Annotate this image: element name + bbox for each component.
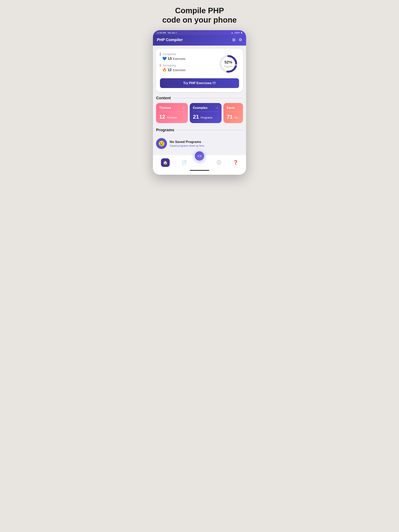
- no-programs: 😢 No Saved Programs Saved programs show …: [156, 135, 243, 152]
- remaining-count: 12: [168, 68, 172, 72]
- progress-donut: 52% Progress: [218, 53, 239, 75]
- completed-stat: Completed 💙 13 Exercises: [160, 53, 218, 61]
- app-header: PHP Compiler ⊞ ⚙: [153, 35, 246, 45]
- examples-count: 21: [193, 114, 199, 120]
- headline: Compile PHP code on your phone: [162, 6, 237, 25]
- themes-count: 12: [159, 114, 165, 120]
- examples-unit: Programs: [201, 116, 212, 119]
- nav-help[interactable]: ❓: [231, 159, 241, 166]
- content-section-header: Content: [156, 96, 243, 100]
- nav-info[interactable]: ⓘ: [214, 158, 224, 167]
- remaining-value: 🔥 12 Exercises: [160, 68, 218, 72]
- fab-icon: <>: [197, 154, 202, 158]
- status-bar: 12:00 AM Sat Jan 1 ▲ 100% ▮: [153, 30, 246, 35]
- progress-card: Completed 💙 13 Exercises Remaining 🔥: [156, 49, 243, 92]
- themes-unit: Themes: [167, 116, 177, 119]
- help-icon: ❓: [233, 160, 238, 165]
- programs-section-header: Programs: [156, 128, 243, 132]
- completed-value: 💙 13 Exercises: [160, 57, 218, 61]
- wifi-icon: ▲: [231, 32, 233, 34]
- facts-card[interactable]: Facts 71 Fa...: [224, 103, 243, 123]
- bottom-nav-wrapper: <> 🏠 📄 ⓘ ❓: [153, 155, 246, 175]
- remaining-label: Remaining: [160, 64, 218, 67]
- content-divider: [173, 98, 243, 98]
- cta-button[interactable]: Try PHP Exercises !!!: [160, 78, 239, 88]
- battery-label: 100%: [234, 32, 240, 34]
- page-wrapper: Compile PHP code on your phone 12:00 AM …: [149, 6, 250, 175]
- remaining-unit: Exercises: [173, 68, 186, 72]
- remaining-emoji: 🔥: [162, 68, 167, 72]
- sad-icon-circle: 😢: [156, 138, 167, 149]
- themes-card[interactable]: Themes → 12 Themes: [156, 103, 188, 123]
- facts-count: 71: [227, 114, 233, 120]
- phone-frame: 12:00 AM Sat Jan 1 ▲ 100% ▮ PHP Compiler…: [153, 30, 246, 175]
- themes-card-title: Themes: [159, 106, 171, 110]
- programs-section-title: Programs: [156, 128, 174, 132]
- content-cards: Themes → 12 Themes Examples →: [156, 103, 243, 124]
- info-icon: ⓘ: [217, 160, 221, 165]
- content-section: Content Themes → 12 Themes: [156, 96, 243, 124]
- remaining-stat: Remaining 🔥 12 Exercises: [160, 64, 218, 72]
- headline-line2: code on your phone: [162, 16, 237, 24]
- facts-unit: Fa...: [234, 116, 240, 119]
- content-section-title: Content: [156, 96, 171, 100]
- stats-left: Completed 💙 13 Exercises Remaining 🔥: [160, 53, 218, 75]
- nav-code[interactable]: 📄: [179, 159, 189, 166]
- battery-icon: ▮: [241, 31, 242, 34]
- headline-line1: Compile PHP: [175, 6, 224, 15]
- completed-emoji: 💙: [162, 57, 167, 61]
- header-icons: ⊞ ⚙: [232, 37, 242, 42]
- programs-divider: [176, 130, 243, 130]
- settings-icon[interactable]: ⚙: [239, 37, 242, 42]
- themes-arrow-icon: →: [182, 106, 185, 110]
- sad-emoji: 😢: [158, 140, 165, 147]
- fab-button[interactable]: <>: [194, 151, 205, 161]
- code-file-icon: 📄: [182, 160, 187, 165]
- status-icons: ▲ 100% ▮: [231, 31, 242, 34]
- no-programs-title: No Saved Programs: [170, 140, 204, 144]
- facts-card-title: Facts: [227, 106, 235, 110]
- app-title: PHP Compiler: [157, 38, 183, 42]
- examples-arrow-icon: →: [215, 106, 219, 110]
- examples-card[interactable]: Examples → 21 Programs: [190, 103, 221, 123]
- no-programs-text: No Saved Programs Saved programs show up…: [170, 140, 204, 147]
- app-content: Completed 💙 13 Exercises Remaining 🔥: [153, 45, 246, 155]
- completed-unit: Exercises: [173, 57, 186, 60]
- donut-text: Progress: [224, 65, 233, 68]
- nav-home[interactable]: 🏠: [159, 157, 172, 168]
- home-bar: [190, 170, 209, 171]
- home-icon: 🏠: [161, 158, 170, 167]
- completed-label: Completed: [160, 53, 218, 56]
- progress-stats: Completed 💙 13 Exercises Remaining 🔥: [160, 53, 239, 75]
- donut-label: 52% Progress: [224, 60, 233, 68]
- status-time: 12:00 AM Sat Jan 1: [157, 32, 177, 34]
- completed-count: 13: [168, 57, 172, 61]
- donut-percent: 52%: [224, 60, 233, 64]
- grid-icon[interactable]: ⊞: [232, 37, 236, 42]
- no-programs-subtitle: Saved programs show up here: [170, 144, 204, 147]
- examples-card-title: Examples: [193, 106, 207, 110]
